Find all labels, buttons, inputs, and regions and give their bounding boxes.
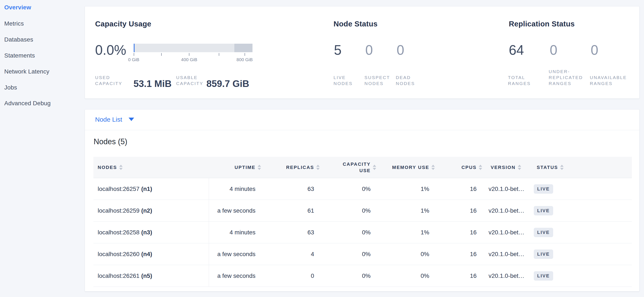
version-cell: v20.1.0-bet…: [485, 273, 531, 279]
status-cell: LIVE: [531, 206, 632, 215]
column-header-nodes[interactable]: NODES: [94, 165, 209, 170]
table-row[interactable]: localhost:26258(n3) 4 minutes 63 0% 1% 1…: [94, 222, 632, 243]
sort-icon: [518, 165, 521, 170]
node-address-cell[interactable]: localhost:26260(n4): [94, 243, 209, 265]
sidebar: Overview Metrics Databases Statements Ne…: [0, 0, 84, 297]
under-replicated-ranges-count: 0: [550, 42, 558, 58]
axis-tick: [244, 53, 245, 56]
status-badge: LIVE: [534, 184, 553, 194]
uptime-cell: 4 minutes: [209, 186, 264, 192]
memory-use-cell: 0%: [379, 273, 437, 279]
suspect-nodes-count: 0: [365, 42, 373, 58]
used-capacity-label: USED CAPACITY: [95, 75, 122, 86]
replicas-cell: 4: [264, 251, 322, 258]
axis-tick: [134, 53, 134, 56]
replication-status-title: Replication Status: [509, 19, 575, 28]
replicas-cell: 63: [264, 229, 322, 236]
column-header-version[interactable]: VERSION: [485, 165, 531, 170]
suspect-nodes-label: SUSPECT NODES: [364, 75, 390, 86]
sort-icon: [316, 165, 320, 170]
capacity-use-cell: 0%: [322, 273, 379, 279]
sidebar-item-overview[interactable]: Overview: [4, 4, 31, 11]
cpus-cell: 16: [437, 251, 485, 258]
dead-nodes-label: DEAD NODES: [396, 75, 415, 86]
column-header-status[interactable]: STATUS: [531, 165, 632, 170]
sort-icon: [560, 165, 564, 170]
uptime-cell: a few seconds: [209, 207, 264, 214]
node-list-card: Node List Nodes (5) NODES UPTIME REPLICA…: [85, 109, 640, 292]
replicas-cell: 0: [264, 273, 322, 279]
node-address-cell[interactable]: localhost:26258(n3): [94, 222, 209, 243]
uptime-cell: a few seconds: [209, 273, 264, 279]
status-cell: LIVE: [531, 228, 632, 237]
memory-use-cell: 1%: [379, 229, 437, 236]
node-status-title: Node Status: [334, 19, 378, 28]
sidebar-item-metrics[interactable]: Metrics: [4, 20, 24, 27]
uptime-cell: 4 minutes: [209, 229, 264, 236]
column-header-capacity-use[interactable]: CAPACITY USE: [322, 161, 379, 174]
table-row[interactable]: localhost:26261(n5) a few seconds 0 0% 0…: [94, 265, 632, 287]
sidebar-item-statements[interactable]: Statements: [4, 52, 35, 59]
unavailable-ranges-count: 0: [591, 42, 598, 58]
total-ranges-label: TOTAL RANGES: [508, 75, 531, 86]
replicas-cell: 63: [264, 186, 322, 192]
node-list-dropdown[interactable]: Node List: [95, 116, 134, 123]
memory-use-cell: 1%: [379, 186, 437, 192]
axis-label-0gib: 0 GiB: [121, 57, 146, 62]
usable-capacity-label: USABLE CAPACITY: [176, 75, 203, 86]
cpus-cell: 16: [437, 186, 485, 192]
dead-nodes-count: 0: [397, 42, 404, 58]
used-capacity-value: 53.1 MiB: [134, 78, 172, 89]
sidebar-item-jobs[interactable]: Jobs: [4, 84, 17, 91]
node-address-cell[interactable]: localhost:26259(n2): [94, 200, 209, 221]
capacity-usage-title: Capacity Usage: [95, 19, 151, 28]
sort-icon: [432, 165, 435, 170]
column-header-memory-use[interactable]: MEMORY USE: [379, 165, 437, 170]
sort-icon: [373, 165, 376, 170]
replicas-cell: 61: [264, 207, 322, 214]
version-cell: v20.1.0-bet…: [485, 229, 531, 236]
column-header-uptime[interactable]: UPTIME: [209, 165, 264, 170]
version-cell: v20.1.0-bet…: [485, 186, 531, 192]
version-cell: v20.1.0-bet…: [485, 251, 531, 258]
capacity-use-cell: 0%: [322, 229, 379, 236]
cpus-cell: 16: [437, 207, 485, 214]
chevron-down-icon: [128, 118, 134, 121]
column-header-cpus[interactable]: CPUS: [437, 165, 485, 170]
sort-icon: [119, 165, 122, 170]
capacity-bar-used-marker: [134, 44, 134, 52]
sort-icon: [479, 165, 482, 170]
table-row[interactable]: localhost:26260(n4) a few seconds 4 0% 0…: [94, 243, 632, 265]
sidebar-item-advanced-debug[interactable]: Advanced Debug: [4, 100, 51, 107]
status-cell: LIVE: [531, 250, 632, 259]
nodes-table-header: NODES UPTIME REPLICAS CAPACITY USE MEMOR…: [94, 157, 632, 178]
table-row[interactable]: localhost:26259(n2) a few seconds 61 0% …: [94, 200, 632, 222]
capacity-percent: 0.0%: [95, 42, 126, 58]
node-list-header-bar: Node List: [85, 109, 639, 130]
unavailable-ranges-label: UNAVAILABLE RANGES: [590, 75, 627, 86]
capacity-use-cell: 0%: [322, 251, 379, 258]
capacity-bar-reserved-segment: [234, 44, 252, 52]
usable-capacity-value: 859.7 GiB: [206, 78, 249, 89]
capacity-bar: [134, 44, 252, 52]
status-cell: LIVE: [531, 271, 632, 281]
node-address-cell[interactable]: localhost:26257(n1): [94, 178, 209, 200]
table-row[interactable]: localhost:26257(n1) 4 minutes 63 0% 1% 1…: [94, 178, 632, 200]
node-address-cell[interactable]: localhost:26261(n5): [94, 265, 209, 287]
axis-label-400gib: 400 GiB: [176, 57, 202, 62]
nodes-table: NODES UPTIME REPLICAS CAPACITY USE MEMOR…: [94, 157, 632, 287]
cpus-cell: 16: [437, 273, 485, 279]
column-header-replicas[interactable]: REPLICAS: [264, 165, 322, 170]
memory-use-cell: 1%: [379, 207, 437, 214]
axis-tick: [189, 53, 189, 56]
total-ranges-count: 64: [509, 42, 524, 58]
status-badge: LIVE: [534, 228, 553, 237]
capacity-use-cell: 0%: [322, 186, 379, 192]
axis-label-800gib: 800 GiB: [232, 57, 258, 62]
status-badge: LIVE: [534, 271, 553, 281]
under-replicated-ranges-label: UNDER- REPLICATED RANGES: [549, 69, 583, 86]
sidebar-item-databases[interactable]: Databases: [4, 36, 33, 43]
sidebar-item-network-latency[interactable]: Network Latency: [4, 68, 50, 75]
live-nodes-label: LIVE NODES: [334, 75, 353, 86]
sort-icon: [258, 165, 261, 170]
